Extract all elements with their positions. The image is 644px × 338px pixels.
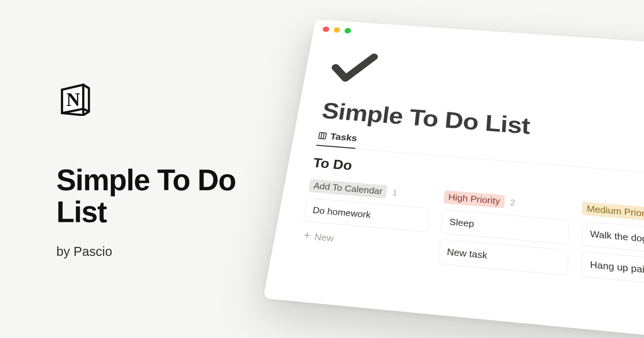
window-close-icon[interactable] [322,26,330,32]
column-count: 1 [392,188,398,197]
board-view-icon [317,131,328,140]
task-card[interactable]: Hang up paintin [582,251,644,289]
task-card[interactable]: Sleep [441,209,569,244]
column-tag[interactable]: Medium Priority [582,202,644,221]
promo-panel: N Simple To Do List by Pascio [56,80,250,259]
board-columns: Add To Calendar 1 Do homework New [297,179,644,296]
notion-logo-icon: N [56,80,92,116]
add-task-button[interactable]: New [299,227,427,256]
column-header: Add To Calendar 1 [308,179,431,202]
board-column: Medium Priority Walk the dog Hang up pai… [582,202,644,295]
promo-byline: by Pascio [56,244,250,259]
column-tag[interactable]: High Priority [443,190,505,209]
column-tag[interactable]: Add To Calendar [308,179,387,198]
svg-line-7 [321,133,322,139]
svg-line-8 [323,133,324,139]
tab-tasks-label: Tasks [330,131,358,143]
task-card[interactable]: Walk the dog [582,221,644,257]
app-window: Simple To Do List Tasks To Do [263,19,644,338]
svg-rect-6 [319,133,327,139]
window-maximize-icon[interactable] [344,28,352,33]
tab-tasks[interactable]: Tasks [316,130,358,149]
task-card[interactable]: New task [438,239,568,276]
app-body: Simple To Do List Tasks To Do [271,31,644,298]
checkmark-icon [327,49,379,86]
column-count: 2 [510,198,516,208]
svg-text:N: N [66,89,80,110]
board-column: High Priority 2 Sleep New task [438,190,569,281]
board-column: Add To Calendar 1 Do homework New [299,179,431,256]
window-minimize-icon[interactable] [333,27,341,33]
task-card[interactable]: Do homework [303,198,430,232]
column-header: High Priority 2 [443,190,569,214]
plus-icon [302,230,312,242]
svg-line-10 [304,235,310,235]
add-task-label: New [314,231,334,244]
promo-title: Simple To Do List [56,164,250,228]
app-window-stage: Simple To Do List Tasks To Do [316,19,644,338]
